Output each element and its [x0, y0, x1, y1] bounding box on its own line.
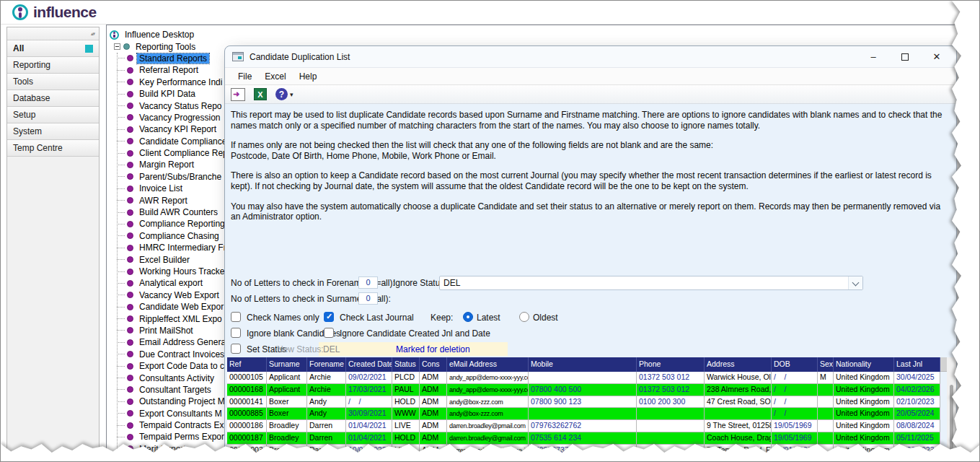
chevron-down-icon[interactable] — [848, 276, 862, 289]
keep-latest-radio[interactable] — [463, 312, 473, 322]
sidebar: ▴▾ AllReportingToolsDatabaseSetupSystemT… — [6, 27, 100, 454]
sidebar-item-label: Temp Centre — [13, 143, 63, 153]
table-cell: / / — [772, 384, 818, 396]
dialog-menubar: File Excel Help — [225, 68, 956, 85]
table-cell: / / — [772, 396, 818, 409]
sidebar-item-database[interactable]: Database — [7, 90, 99, 107]
column-header-dob[interactable]: DOB — [772, 357, 818, 372]
item-bullet-icon — [127, 339, 133, 346]
table-cell: United Kingdom — [834, 408, 894, 420]
item-bullet-icon — [127, 79, 133, 85]
column-header-mobile[interactable]: Mobile — [529, 357, 637, 372]
item-bullet-icon — [127, 375, 133, 381]
table-scrollbar[interactable] — [947, 357, 957, 462]
table-row[interactable]: 00000885BoxerAndy30/09/2021WWWADMandy@bo… — [227, 408, 940, 420]
table-cell — [818, 420, 834, 432]
collapse-icon[interactable] — [114, 43, 120, 50]
sidebar-item-system[interactable]: System — [7, 123, 99, 140]
dialog-title-bar[interactable]: Candidate Duplication List – ✕ — [225, 46, 956, 68]
column-header-last-jnl[interactable]: Last Jnl — [894, 357, 940, 372]
table-row[interactable]: 00000168ApplicantArchie17/03/2021PAULADM… — [227, 384, 940, 396]
table-cell — [818, 396, 834, 409]
menu-help[interactable]: Help — [293, 69, 324, 84]
table-cell — [637, 432, 705, 445]
table-cell: 00001003 — [227, 445, 267, 457]
forename-input[interactable]: 0 — [358, 276, 378, 289]
influence-icon — [110, 30, 119, 40]
check-row-1: Check Names only Check Last Journal Keep… — [225, 311, 956, 326]
scrollbar-thumb[interactable] — [950, 385, 953, 462]
table-cell: 30/09/2021 — [346, 408, 392, 420]
column-header-email-address[interactable]: eMail Address — [447, 357, 529, 372]
surname-input[interactable]: 0 — [358, 292, 378, 305]
column-header-surname[interactable]: Surname — [267, 357, 307, 372]
sidebar-item-setup[interactable]: Setup — [7, 107, 99, 123]
column-header-address[interactable]: Address — [705, 357, 772, 372]
table-cell: 00000187 — [227, 432, 267, 445]
table-cell: 07987373733 — [529, 445, 637, 457]
excel-icon[interactable]: X — [254, 88, 267, 100]
column-header-sex[interactable]: Sex — [818, 357, 834, 372]
table-cell: 07987373733 — [529, 457, 637, 462]
sidebar-item-temp-centre[interactable]: Temp Centre — [7, 140, 99, 157]
close-icon[interactable]: ✕ — [932, 52, 942, 62]
minimize-icon[interactable]: – — [868, 52, 878, 62]
table-row[interactable]: 00001003BroadleyDarren10/01/2022LIVEADMd… — [227, 445, 940, 457]
table-cell: 0100 200 300 — [637, 396, 705, 409]
menu-file[interactable]: File — [231, 69, 258, 84]
table-cell: 00000105 — [227, 372, 267, 384]
column-header-nationality[interactable]: Nationality — [834, 357, 894, 372]
table-cell: 00000186 — [227, 420, 267, 432]
table-cell: 02/02/2023 — [894, 445, 940, 457]
table-cell: 19/01/2022 — [772, 445, 818, 457]
table-cell: / / — [772, 372, 818, 384]
check-names-only-checkbox[interactable] — [231, 312, 241, 322]
column-header-phone[interactable]: Phone — [637, 357, 705, 372]
table-cell: HOLD — [392, 396, 420, 409]
table-cell — [705, 408, 772, 420]
set-status-checkbox[interactable] — [231, 344, 241, 354]
table-row[interactable]: 00000999BroadleyDarren10/01/2022LIVEADMd… — [227, 457, 940, 462]
description-paragraph: You may also have the system automatical… — [231, 201, 946, 222]
table-row[interactable]: 00000186BroadleyDarren01/04/2021LIVEADMd… — [227, 420, 940, 432]
active-marker-icon — [85, 45, 93, 53]
check-last-journal-label: Check Last Journal — [340, 313, 414, 323]
sidebar-item-reporting[interactable]: Reporting — [7, 57, 99, 74]
dialog-candidate-duplication-list: Candidate Duplication List – ✕ File Exce… — [224, 45, 957, 462]
sidebar-item-tools[interactable]: Tools — [7, 74, 99, 90]
exit-icon[interactable] — [231, 88, 245, 101]
table-row[interactable]: 00000187BroadleyDarren01/04/2021HOLDADMd… — [227, 432, 940, 445]
sort-icon: ▴▾ — [91, 31, 94, 37]
tree-root-influence-desktop[interactable]: Influence Desktop — [107, 29, 967, 40]
dialog-toolbar: X ?▾ — [225, 85, 956, 104]
help-icon[interactable]: ?▾ — [275, 88, 293, 100]
new-status-label: New Status: — [277, 344, 324, 354]
description-paragraph: If names only are not being checked then… — [231, 140, 946, 161]
sidebar-item-label: All — [13, 43, 24, 53]
table-cell: 19/05/1969 — [772, 432, 818, 445]
menu-excel[interactable]: Excel — [258, 69, 292, 84]
ignore-blank-checkbox[interactable] — [231, 328, 241, 338]
column-header-cons[interactable]: Cons — [420, 357, 447, 372]
keep-oldest-radio[interactable] — [519, 312, 529, 322]
column-header-created-date[interactable]: Created Date — [346, 357, 392, 372]
maximize-icon[interactable] — [900, 52, 910, 62]
table-cell: Coach House, Drag — [705, 432, 772, 445]
item-bullet-icon — [127, 434, 133, 440]
table-row[interactable]: 00000105ApplicantArchie09/02/2021PLCDADM… — [227, 372, 940, 384]
column-header-status[interactable]: Status — [392, 357, 420, 372]
table-cell — [637, 408, 705, 420]
check-last-journal-checkbox[interactable] — [324, 312, 334, 322]
table-cell: 20/05/2024 — [894, 408, 940, 420]
table-cell: United Kingdom — [834, 396, 894, 409]
ignore-created-checkbox[interactable] — [324, 328, 334, 338]
column-header-ref[interactable]: Ref — [227, 357, 267, 372]
table-cell: 05/11/2025 — [894, 432, 940, 445]
item-bullet-icon — [127, 410, 133, 417]
sidebar-header[interactable]: ▴▾ — [7, 27, 99, 40]
table-cell: ADM — [420, 384, 447, 396]
ignore-status-combo[interactable]: DEL — [439, 276, 863, 290]
sidebar-item-all[interactable]: All — [7, 40, 99, 57]
column-header-forename[interactable]: Forename — [307, 357, 346, 372]
table-row[interactable]: 00000141BoxerAndy/ /HOLDADMandy@box-zzz.… — [227, 396, 940, 409]
